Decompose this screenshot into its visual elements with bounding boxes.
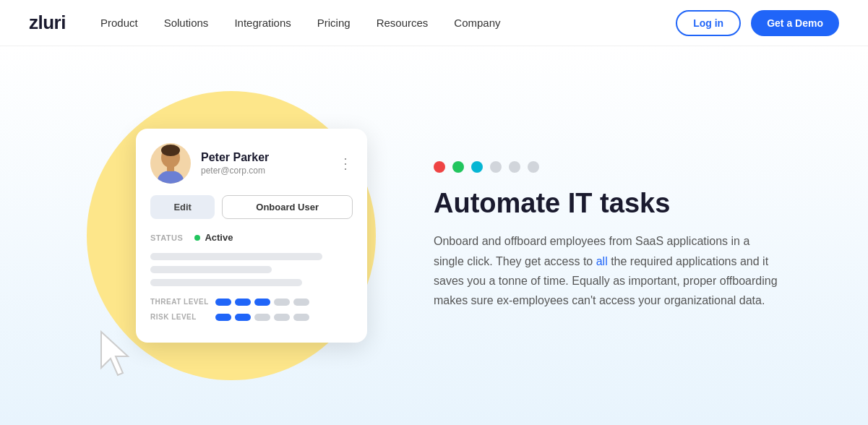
risk-dot-3	[254, 314, 270, 321]
nav-solutions[interactable]: Solutions	[164, 17, 209, 29]
indicator-dot-5[interactable]	[509, 161, 520, 173]
login-button[interactable]: Log in	[676, 10, 741, 36]
onboard-button[interactable]: Onboard User	[222, 195, 353, 219]
svg-rect-4	[167, 166, 174, 171]
page-description: Onboard and offboard employees from SaaS…	[434, 231, 781, 310]
skeleton-line-2	[150, 266, 272, 273]
status-dot	[194, 235, 200, 241]
nav-resources[interactable]: Resources	[377, 17, 429, 29]
nav-product[interactable]: Product	[100, 17, 138, 29]
more-icon[interactable]: ⋮	[338, 155, 353, 172]
nav-company[interactable]: Company	[454, 17, 500, 29]
cursor-decoration	[98, 328, 141, 382]
indicator-dot-6[interactable]	[528, 161, 539, 173]
skeleton-line-3	[150, 279, 302, 286]
logo[interactable]: zluri	[29, 12, 66, 34]
threat-row: THREAT LEVEL	[150, 298, 353, 306]
risk-label: RISK LEVEL	[150, 313, 215, 321]
nav-actions: Log in Get a Demo	[676, 10, 839, 36]
nav-integrations[interactable]: Integrations	[234, 17, 291, 29]
skeleton-lines	[150, 253, 353, 286]
indicator-dot-3[interactable]	[471, 161, 483, 173]
status-label: STATUS	[150, 233, 183, 242]
desc-highlight-all: all	[596, 255, 608, 267]
svg-point-2	[161, 145, 180, 156]
nav-pricing[interactable]: Pricing	[317, 17, 351, 29]
avatar	[150, 143, 191, 184]
threat-dot-4	[274, 299, 290, 306]
risk-dot-2	[235, 314, 251, 321]
risk-row: RISK LEVEL	[150, 313, 353, 321]
edit-button[interactable]: Edit	[150, 195, 215, 219]
risk-dot-5	[293, 314, 309, 321]
demo-button[interactable]: Get a Demo	[751, 10, 839, 36]
user-name: Peter Parker	[201, 151, 338, 164]
nav-links: Product Solutions Integrations Pricing R…	[100, 17, 676, 29]
threat-dot-2	[235, 299, 251, 306]
risk-dots	[215, 314, 309, 321]
svg-marker-5	[101, 332, 128, 375]
user-card: Peter Parker peter@corp.com ⋮ Edit Onboa…	[136, 129, 367, 343]
indicator-dot-1[interactable]	[434, 161, 445, 173]
card-actions: Edit Onboard User	[150, 195, 353, 219]
navbar: zluri Product Solutions Integrations Pri…	[0, 0, 868, 46]
threat-dot-3	[254, 299, 270, 306]
card-header: Peter Parker peter@corp.com ⋮	[150, 143, 353, 184]
risk-dot-1	[215, 314, 231, 321]
risk-dot-4	[274, 314, 290, 321]
status-row: STATUS Active	[150, 232, 353, 243]
indicator-dots	[434, 161, 825, 173]
skeleton-line-1	[150, 253, 322, 260]
left-illustration: Peter Parker peter@corp.com ⋮ Edit Onboa…	[29, 46, 405, 425]
user-info: Peter Parker peter@corp.com	[201, 151, 338, 176]
indicator-dot-4[interactable]	[490, 161, 502, 173]
threat-dots	[215, 299, 309, 306]
threat-dot-5	[293, 299, 309, 306]
threat-label: THREAT LEVEL	[150, 298, 215, 306]
main-section: Peter Parker peter@corp.com ⋮ Edit Onboa…	[0, 46, 868, 425]
threat-dot-1	[215, 299, 231, 306]
page-headline: Automate IT tasks	[434, 187, 825, 220]
status-value: Active	[205, 232, 233, 243]
right-content: Automate IT tasks Onboard and offboard e…	[405, 147, 868, 325]
indicator-dot-2[interactable]	[452, 161, 464, 173]
user-email: peter@corp.com	[201, 166, 338, 176]
